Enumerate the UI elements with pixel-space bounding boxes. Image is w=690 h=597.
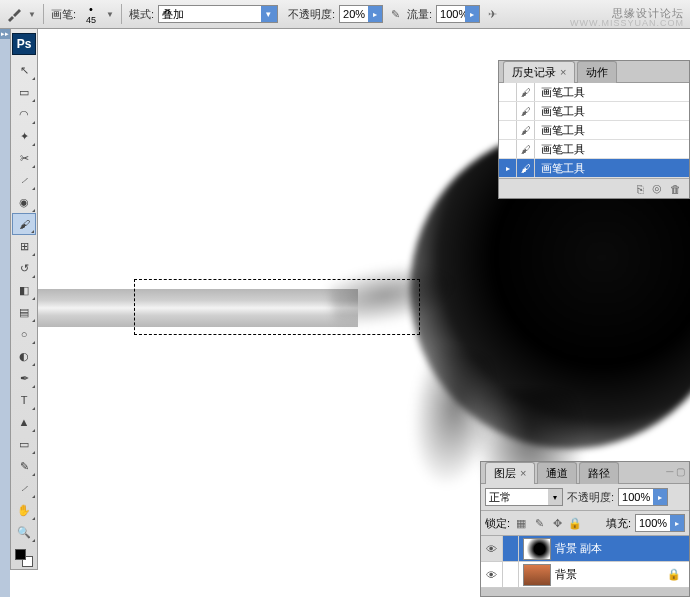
airbrush-icon[interactable]: ✈ xyxy=(484,6,500,22)
history-item[interactable]: 🖌画笔工具 xyxy=(499,140,689,159)
zoom-tool[interactable]: 🔍 xyxy=(12,521,36,543)
history-item[interactable]: ▸🖌画笔工具 xyxy=(499,159,689,178)
layer-list: 👁背景 副本👁背景🔒 xyxy=(481,536,689,588)
tab-paths[interactable]: 路径 xyxy=(579,462,619,484)
flow-label: 流量: xyxy=(407,7,432,22)
lock-move-icon[interactable]: ✥ xyxy=(550,517,564,530)
layer-row[interactable]: 👁背景 副本 xyxy=(481,536,689,562)
panel-tab-bar: 历史记录× 动作 xyxy=(499,61,689,83)
layer-fill-input[interactable]: 100%▸ xyxy=(635,514,685,532)
ps-logo[interactable]: Ps xyxy=(12,33,36,55)
history-item[interactable]: 🖌画笔工具 xyxy=(499,102,689,121)
opacity-input[interactable]: 20% ▸ xyxy=(339,5,383,23)
layer-opacity-label: 不透明度: xyxy=(567,490,614,505)
pressure-opacity-icon[interactable]: ✎ xyxy=(387,6,403,22)
grip-icon[interactable]: ▸▸ xyxy=(0,29,10,39)
tools-panel: Ps ↖▭◠✦✂⟋◉🖌⊞↺◧▤○◐✒T▲▭✎⟋✋🔍 xyxy=(10,29,38,570)
tab-history[interactable]: 历史记录× xyxy=(503,61,575,83)
flow-input[interactable]: 100% ▸ xyxy=(436,5,480,23)
gradient-tool[interactable]: ▤ xyxy=(12,301,36,323)
lock-brush-icon[interactable]: ✎ xyxy=(532,517,546,530)
tab-layers[interactable]: 图层× xyxy=(485,462,535,484)
brush-tool[interactable]: 🖌 xyxy=(12,213,36,235)
pen-tool[interactable]: ✒ xyxy=(12,367,36,389)
blur-tool[interactable]: ○ xyxy=(12,323,36,345)
panel-tab-bar: 图层× 通道 路径 xyxy=(481,462,689,484)
blend-mode-select[interactable]: 叠加 ▾ xyxy=(158,5,278,23)
move-tool[interactable]: ↖ xyxy=(12,59,36,81)
layer-name[interactable]: 背景 xyxy=(555,567,577,582)
new-snapshot-icon[interactable]: ◎ xyxy=(652,182,662,195)
slice-tool[interactable]: ⟋ xyxy=(12,169,36,191)
lock-label: 锁定: xyxy=(485,516,510,531)
dodge-tool[interactable]: ◐ xyxy=(12,345,36,367)
history-item[interactable]: 🖌画笔工具 xyxy=(499,83,689,102)
layer-row[interactable]: 👁背景🔒 xyxy=(481,562,689,588)
watermark-url: WWW.MISSYUAN.COM xyxy=(570,18,684,28)
lock-icon: 🔒 xyxy=(667,568,681,581)
history-panel: 历史记录× 动作 🖌画笔工具🖌画笔工具🖌画笔工具🖌画笔工具▸🖌画笔工具 ⎘ ◎ … xyxy=(498,60,690,199)
lasso-tool[interactable]: ◠ xyxy=(12,103,36,125)
chevron-down-icon[interactable]: ▼ xyxy=(28,10,36,19)
marquee-tool[interactable]: ▭ xyxy=(12,81,36,103)
close-icon[interactable]: × xyxy=(520,467,526,479)
lock-transparent-icon[interactable]: ▦ xyxy=(514,517,528,530)
eraser-tool[interactable]: ◧ xyxy=(12,279,36,301)
layer-thumbnail[interactable] xyxy=(523,538,551,560)
opacity-label: 不透明度: xyxy=(288,7,335,22)
lock-all-icon[interactable]: 🔒 xyxy=(568,517,582,530)
brush-tool-icon[interactable] xyxy=(4,4,24,24)
visibility-eye-icon[interactable]: 👁 xyxy=(481,562,503,587)
fill-label: 填充: xyxy=(606,516,631,531)
history-item[interactable]: 🖌画笔工具 xyxy=(499,121,689,140)
layer-blend-mode-select[interactable]: 正常▾ xyxy=(485,488,563,506)
hand-tool[interactable]: ✋ xyxy=(12,499,36,521)
history-footer: ⎘ ◎ 🗑 xyxy=(499,178,689,198)
foreground-background-colors[interactable] xyxy=(12,547,36,569)
brush-label: 画笔: xyxy=(51,7,76,22)
panel-menu-icon[interactable]: ─ ▢ xyxy=(666,466,685,477)
visibility-eye-icon[interactable]: 👁 xyxy=(481,536,503,561)
layer-thumbnail[interactable] xyxy=(523,564,551,586)
marquee-selection[interactable] xyxy=(134,279,420,335)
chevron-right-icon: ▸ xyxy=(368,6,382,22)
layers-panel: ─ ▢ 图层× 通道 路径 正常▾ 不透明度: 100%▸ 锁定: ▦ ✎ ✥ … xyxy=(480,461,690,597)
spot-heal-tool[interactable]: ◉ xyxy=(12,191,36,213)
layer-opacity-input[interactable]: 100%▸ xyxy=(618,488,668,506)
chevron-down-icon: ▾ xyxy=(261,6,277,22)
eyedropper-tool[interactable]: ⟋ xyxy=(12,477,36,499)
close-icon[interactable]: × xyxy=(560,66,566,78)
layer-name[interactable]: 背景 副本 xyxy=(555,541,602,556)
stamp-tool[interactable]: ⊞ xyxy=(12,235,36,257)
chevron-right-icon: ▸ xyxy=(670,515,684,531)
new-doc-from-state-icon[interactable]: ⎘ xyxy=(637,183,644,195)
history-list: 🖌画笔工具🖌画笔工具🖌画笔工具🖌画笔工具▸🖌画笔工具 xyxy=(499,83,689,178)
shape-tool[interactable]: ▭ xyxy=(12,433,36,455)
trash-icon[interactable]: 🗑 xyxy=(670,183,681,195)
tab-channels[interactable]: 通道 xyxy=(537,462,577,484)
chevron-right-icon: ▸ xyxy=(465,6,479,22)
chevron-down-icon[interactable]: ▼ xyxy=(106,10,114,19)
history-brush-tool[interactable]: ↺ xyxy=(12,257,36,279)
wand-tool[interactable]: ✦ xyxy=(12,125,36,147)
crop-tool[interactable]: ✂ xyxy=(12,147,36,169)
path-select-tool[interactable]: ▲ xyxy=(12,411,36,433)
notes-tool[interactable]: ✎ xyxy=(12,455,36,477)
chevron-right-icon: ▸ xyxy=(653,489,667,505)
type-tool[interactable]: T xyxy=(12,389,36,411)
mode-label: 模式: xyxy=(129,7,154,22)
brush-preset-picker[interactable]: • 45 xyxy=(82,3,100,25)
chevron-down-icon: ▾ xyxy=(548,489,562,505)
dock-strip: ▸▸ xyxy=(0,29,10,597)
tab-actions[interactable]: 动作 xyxy=(577,61,617,83)
